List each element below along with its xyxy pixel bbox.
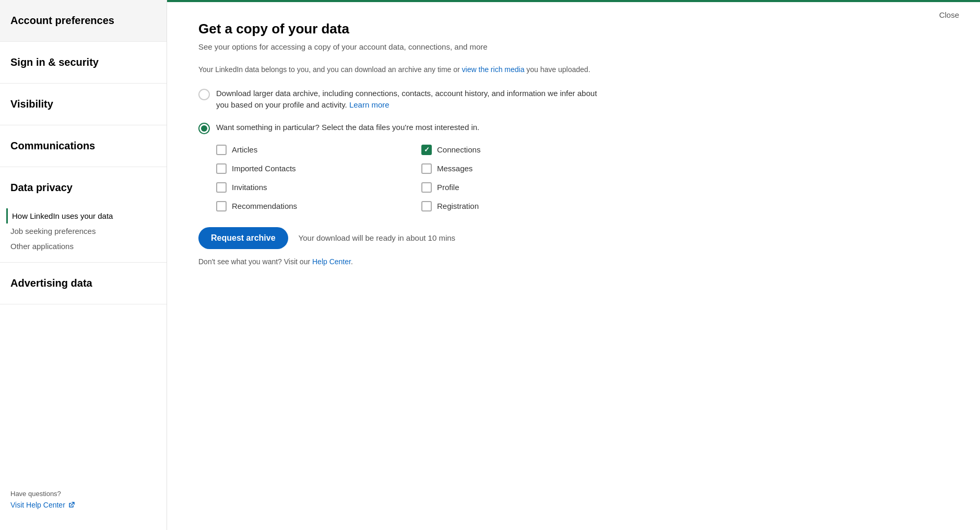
checkbox-messages[interactable]	[421, 163, 432, 174]
sidebar-sub-item-how-linkedin-uses[interactable]: How LinkedIn uses your data	[6, 208, 156, 223]
visit-help-center-link[interactable]: Visit Help Center	[10, 501, 156, 509]
ready-text: Your download will be ready in about 10 …	[299, 233, 455, 242]
radio-label-larger-archive: Download larger data archive, including …	[216, 88, 606, 111]
sidebar: Account preferences Sign in & security V…	[0, 0, 167, 530]
checkbox-label-profile: Profile	[437, 183, 459, 192]
checkbox-item-connections: Connections	[421, 145, 606, 155]
sidebar-section-visibility: Visibility	[0, 84, 167, 125]
radio-option-larger-archive: Download larger data archive, including …	[198, 88, 606, 111]
sidebar-footer-question: Have questions?	[10, 490, 156, 498]
help-text: Don't see what you want? Visit our Help …	[198, 257, 606, 266]
checkbox-profile[interactable]	[421, 182, 432, 193]
radio-specific-files[interactable]	[198, 123, 210, 134]
sidebar-sub-item-other-applications[interactable]: Other applications	[10, 239, 156, 254]
page-subtitle: See your options for accessing a copy of…	[198, 41, 606, 53]
checkbox-item-invitations: Invitations	[216, 182, 400, 193]
sidebar-sub-section-data-privacy: How LinkedIn uses your data Job seeking …	[0, 208, 167, 262]
checkbox-connections[interactable]	[421, 145, 432, 155]
checkbox-label-registration: Registration	[437, 202, 479, 210]
checkbox-invitations[interactable]	[216, 182, 227, 193]
sidebar-section-data-privacy: Data privacy How LinkedIn uses your data…	[0, 167, 167, 263]
info-text: Your LinkedIn data belongs to you, and y…	[198, 64, 606, 75]
sidebar-item-communications[interactable]: Communications	[0, 125, 167, 167]
checkbox-grid: Articles Connections Imported Contacts M…	[216, 145, 606, 211]
external-link-icon	[68, 502, 75, 508]
checkbox-label-articles: Articles	[232, 145, 257, 154]
checkbox-registration[interactable]	[421, 201, 432, 211]
sidebar-section-sign-in-security: Sign in & security	[0, 42, 167, 84]
checkbox-label-connections: Connections	[437, 145, 480, 154]
checkbox-recommendations[interactable]	[216, 201, 227, 211]
checkbox-item-articles: Articles	[216, 145, 400, 155]
sidebar-item-data-privacy[interactable]: Data privacy	[0, 167, 167, 208]
main-content: Close Get a copy of your data See your o…	[167, 0, 980, 530]
content-area: Get a copy of your data See your options…	[167, 2, 637, 287]
checkbox-label-recommendations: Recommendations	[232, 202, 297, 210]
sidebar-item-account-preferences[interactable]: Account preferences	[0, 0, 167, 41]
sidebar-section-advertising-data: Advertising data	[0, 263, 167, 304]
rich-media-link[interactable]: view the rich media	[462, 65, 525, 74]
checkbox-item-imported-contacts: Imported Contacts	[216, 163, 400, 174]
sidebar-sub-item-job-seeking[interactable]: Job seeking preferences	[10, 223, 156, 239]
sidebar-item-visibility[interactable]: Visibility	[0, 84, 167, 125]
sidebar-section-communications: Communications	[0, 125, 167, 167]
action-row: Request archive Your download will be re…	[198, 227, 606, 249]
checkbox-item-registration: Registration	[421, 201, 606, 211]
sidebar-footer: Have questions? Visit Help Center	[0, 479, 167, 520]
sidebar-item-advertising-data[interactable]: Advertising data	[0, 263, 167, 304]
radio-label-specific-files: Want something in particular? Select the…	[216, 122, 479, 134]
request-archive-button[interactable]: Request archive	[198, 227, 288, 249]
page-title: Get a copy of your data	[198, 21, 606, 37]
checkbox-item-recommendations: Recommendations	[216, 201, 400, 211]
close-button[interactable]: Close	[939, 10, 959, 19]
learn-more-link[interactable]: Learn more	[349, 100, 389, 109]
checkbox-item-profile: Profile	[421, 182, 606, 193]
radio-option-specific-files: Want something in particular? Select the…	[198, 122, 606, 134]
checkbox-label-messages: Messages	[437, 164, 473, 173]
sidebar-section-account-preferences: Account preferences	[0, 0, 167, 42]
radio-larger-archive[interactable]	[198, 89, 210, 100]
help-center-link[interactable]: Help Center	[312, 257, 351, 266]
sidebar-item-sign-in-security[interactable]: Sign in & security	[0, 42, 167, 83]
checkbox-label-invitations: Invitations	[232, 183, 267, 192]
checkbox-imported-contacts[interactable]	[216, 163, 227, 174]
checkbox-articles[interactable]	[216, 145, 227, 155]
checkbox-label-imported-contacts: Imported Contacts	[232, 164, 296, 173]
checkbox-item-messages: Messages	[421, 163, 606, 174]
